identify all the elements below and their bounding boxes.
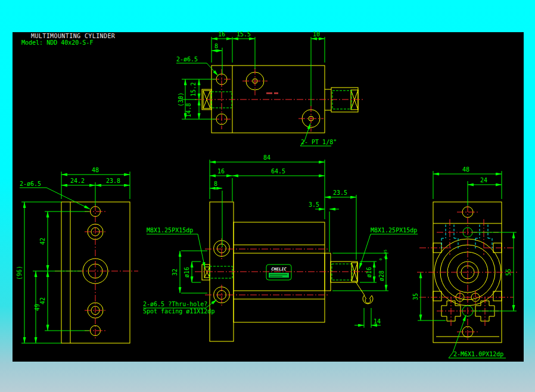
dim-30: (30) (178, 92, 184, 107)
label-spot-facing: Spot facing ø11X12dp (143, 308, 214, 315)
dim-10: 10 (313, 31, 320, 38)
label-thread-left: M8X1.25PX15dp (147, 227, 193, 234)
dim-49: 49 (34, 304, 41, 311)
dim-8: 8 (214, 181, 217, 187)
dim-42-upper: 42 (39, 238, 46, 245)
label-thru-hole: 2-ø6.5 ?Thru-hole? (143, 301, 207, 307)
brand-label-plate: CHELIC (266, 265, 291, 280)
dim-35: 35 (412, 293, 419, 300)
brand-logo-text: CHELIC (271, 267, 287, 272)
dim-15-5: 15.5 (237, 31, 251, 38)
dim-23-5: 23.5 (333, 189, 347, 196)
label-fine-print (269, 273, 289, 278)
dim-15-2: 15.2 (190, 82, 197, 97)
dim-42-lower: 42 (39, 297, 46, 304)
dim-23-8: 23.8 (106, 178, 120, 184)
label-thread-right: M8X1.25PX15dp (371, 227, 417, 234)
dim-8: 8 (214, 43, 218, 49)
cad-application-window: MULTIMOUNTING CYLINDER Model: NDD 40x20-… (0, 0, 535, 392)
dim-24: 24 (480, 177, 487, 183)
dim-dia28: ø28 (378, 270, 385, 281)
model-number: Model: NDD 40x20-S-F (21, 39, 93, 46)
dim-64-5: 64.5 (271, 168, 285, 175)
dim-96: (96) (16, 266, 23, 280)
dim-32: 32 (172, 269, 178, 276)
dim-24-2: 24.2 (70, 178, 85, 184)
drawing-canvas[interactable] (13, 32, 524, 362)
dim-dia16-right: ø16 (366, 267, 372, 278)
label-holes: 2-ø6.5 (176, 56, 198, 63)
dim-14: 14 (374, 318, 381, 325)
dim-84: 84 (263, 154, 270, 161)
dim-3-5: 3.5 (309, 201, 319, 208)
dim-16: 16 (217, 168, 225, 175)
dim-dia28-tol-upper: 0 (378, 258, 382, 260)
dim-dia16-left: ø16 (183, 267, 190, 278)
drawing-title: MULTIMOUNTING CYLINDER (31, 33, 116, 39)
dim-48: 48 (462, 166, 469, 173)
tiny-marking (274, 92, 278, 94)
dim-55: 55 (505, 269, 512, 276)
tiny-marking (266, 92, 272, 94)
dim-dia28-tol-lower: -0.05 (383, 250, 387, 260)
dim-48: 48 (92, 167, 99, 173)
label-m6-holes: 2-M6X1.0PX12dp (453, 351, 503, 357)
dim-16: 16 (218, 31, 225, 38)
label-holes: 2-ø6.5 (20, 181, 41, 187)
dim-14-8: 14.8 (185, 103, 192, 117)
label-ports: 2- PT 1/8" (301, 139, 337, 145)
